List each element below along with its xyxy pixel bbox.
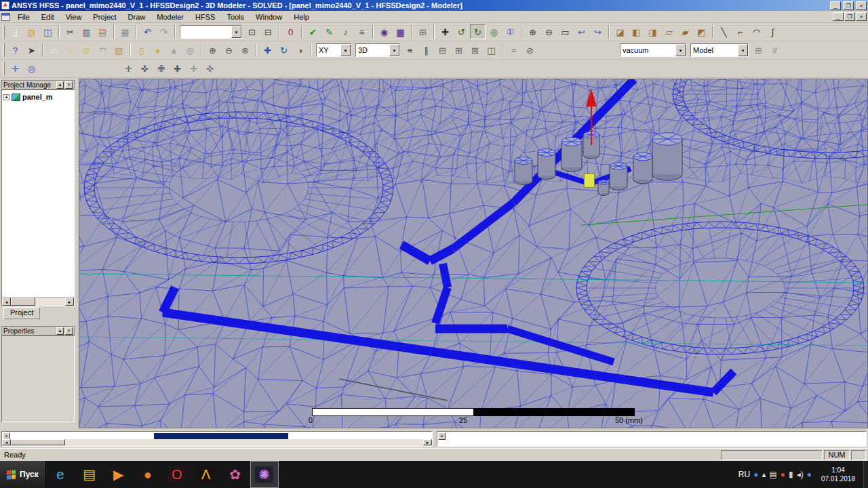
draw-cone[interactable]: ▲	[166, 43, 182, 58]
save[interactable]: ◫	[40, 24, 56, 39]
minimize-button[interactable]: _	[830, 1, 841, 10]
scrollbar-track[interactable]	[11, 298, 65, 306]
toolbar-grip[interactable]	[3, 62, 5, 75]
mirror[interactable]: ◑	[292, 43, 308, 58]
plane-yz[interactable]: ◧	[629, 24, 644, 39]
project-tree-root[interactable]: + panel_m	[2, 90, 74, 104]
taskbar-clock[interactable]: 1:04 07.01.2018	[816, 466, 861, 483]
child-minimize-button[interactable]: _	[833, 12, 844, 21]
copy-image[interactable]: ⊞	[415, 24, 431, 39]
task-media-player[interactable]: ▶	[104, 461, 133, 488]
draw-line[interactable]: ╲	[716, 24, 732, 39]
object-cs[interactable]: ✜	[137, 61, 153, 76]
axis-cs[interactable]: ✜	[202, 61, 218, 76]
tray-lang-ball[interactable]: ●	[752, 469, 760, 480]
menu-help[interactable]: Help	[288, 12, 315, 22]
panel-close-button[interactable]: ×	[65, 81, 73, 89]
cut[interactable]: ✂	[62, 24, 78, 39]
quick-select-combo[interactable]: ▾	[180, 25, 242, 39]
task-graphics-tool[interactable]: ✿	[221, 461, 250, 488]
duplicate-mirror[interactable]: ◫	[484, 43, 499, 58]
menu-file[interactable]: File	[12, 12, 35, 22]
grid-settings[interactable]: ⊞	[751, 43, 766, 58]
show-desktop-button[interactable]	[863, 461, 868, 488]
field-overlays[interactable]: ◉	[376, 24, 392, 39]
tray-network[interactable]: ▮	[787, 469, 795, 480]
zoom-out[interactable]: ⊖	[541, 24, 557, 39]
zoom-in[interactable]: ⊕	[525, 24, 540, 39]
task-opera[interactable]: O	[163, 461, 191, 488]
solution-data[interactable]: 0	[283, 24, 298, 39]
model-mode-combo[interactable]: Model ▾	[690, 43, 749, 57]
open-file[interactable]: ▨	[24, 24, 39, 39]
tray-language[interactable]: RU	[737, 469, 751, 480]
menu-modeler[interactable]: Modeler	[151, 12, 189, 22]
task-firefox[interactable]: ●	[134, 461, 162, 488]
menu-draw[interactable]: Draw	[123, 12, 151, 22]
copy[interactable]: ▥	[79, 24, 94, 39]
task-hfss[interactable]: ✺	[250, 461, 279, 488]
toolbar-grip[interactable]	[3, 43, 5, 57]
draw-torus[interactable]: ◎	[182, 43, 198, 58]
print[interactable]: ▦	[117, 24, 133, 39]
chevron-down-icon[interactable]: ▾	[340, 44, 351, 56]
view-redo[interactable]: ↪	[590, 24, 606, 39]
menu-window[interactable]: Window	[250, 12, 288, 22]
plane-xy[interactable]: ◪	[612, 24, 628, 39]
draw-polyline[interactable]: ⌐	[732, 24, 748, 39]
draw-box[interactable]: ▧	[111, 43, 127, 58]
panel-dock-button[interactable]: ▴	[56, 81, 64, 89]
scroll-left-icon[interactable]: ◂	[2, 439, 11, 445]
menu-view[interactable]: View	[60, 12, 87, 22]
spin[interactable]: ◎	[486, 24, 502, 39]
view-mode-combo[interactable]: 3D ▾	[355, 43, 400, 57]
edge-cs[interactable]: ✙	[153, 61, 169, 76]
menu-project[interactable]: Project	[87, 12, 121, 22]
task-file-explorer[interactable]: ▤	[75, 461, 104, 488]
chevron-down-icon[interactable]: ▾	[231, 26, 241, 38]
object-list[interactable]: ≡	[402, 43, 418, 58]
pane-close-button[interactable]: ×	[438, 432, 446, 440]
chevron-down-icon[interactable]: ▾	[738, 44, 748, 56]
tray-doc[interactable]: ▤	[768, 469, 778, 480]
draw-circle[interactable]: ○	[62, 43, 78, 58]
draw-arc[interactable]: ◠	[749, 24, 764, 39]
rotate-view[interactable]: ↻	[470, 24, 486, 39]
task-internet-explorer[interactable]: e	[46, 461, 75, 488]
panel-close-button[interactable]: ×	[65, 327, 73, 335]
optimetrics[interactable]: ♪	[338, 24, 353, 39]
select[interactable]: ➤	[24, 43, 39, 58]
subtract[interactable]: ⊖	[221, 43, 237, 58]
tray-hidden-icons[interactable]: ▴	[760, 469, 767, 480]
modeler-3d-view[interactable]	[79, 79, 867, 428]
toolbar-grip[interactable]	[3, 25, 5, 39]
material-combo[interactable]: vacuum ▾	[620, 43, 686, 57]
tray-update[interactable]: ●	[806, 469, 813, 480]
redo[interactable]: ↷	[156, 24, 172, 39]
rotate-model[interactable]: ↺	[454, 24, 469, 39]
rotate-object[interactable]: ↻	[276, 43, 292, 58]
move[interactable]: ✚	[260, 43, 275, 58]
create-cs[interactable]: ✛	[7, 61, 23, 76]
context-help[interactable]: ?	[7, 43, 23, 58]
panel-dock-button[interactable]: ▴	[56, 327, 64, 335]
paste[interactable]: ▤	[95, 24, 111, 39]
start-button[interactable]: Пуск	[0, 461, 46, 488]
pan[interactable]: ✚	[437, 24, 453, 39]
duplicate-around-axis[interactable]: ⊠	[467, 43, 483, 58]
scrollbar-track[interactable]	[11, 439, 423, 446]
section[interactable]: ⊘	[522, 43, 538, 58]
validate[interactable]: ✔	[305, 24, 321, 39]
global-cs[interactable]: ◎	[24, 61, 39, 76]
tray-alert[interactable]: ●	[779, 469, 787, 480]
scroll-right-icon[interactable]: ▸	[65, 298, 74, 306]
menu-edit[interactable]: Edit	[36, 12, 60, 22]
child-restore-button[interactable]: ❐	[844, 12, 855, 21]
view-orientation[interactable]: ①	[502, 24, 518, 39]
draw-spline[interactable]: ∫	[765, 24, 781, 39]
chevron-down-icon[interactable]: ▾	[389, 44, 399, 56]
tree-horizontal-scrollbar[interactable]: ◂ ▸	[2, 297, 74, 306]
child-close-button[interactable]: ×	[856, 12, 867, 21]
close-button[interactable]: ×	[856, 1, 867, 10]
plane-xz[interactable]: ◨	[645, 24, 660, 39]
